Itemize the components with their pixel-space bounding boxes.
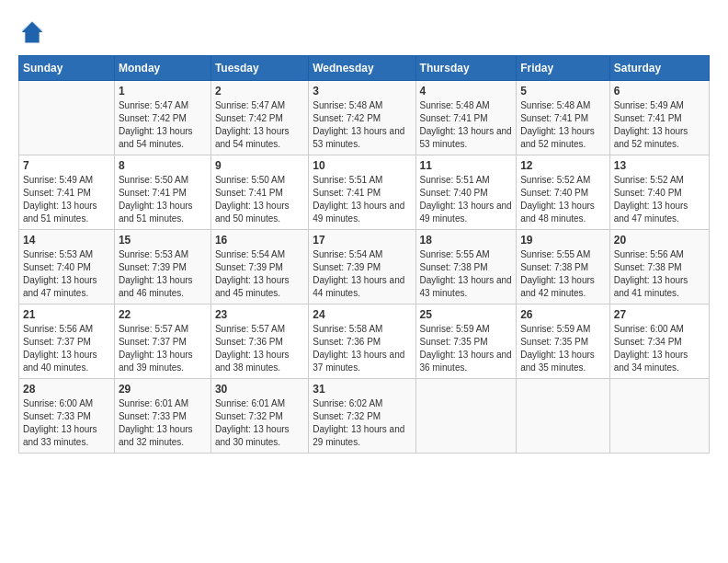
calendar-cell: 26Sunrise: 5:59 AM Sunset: 7:35 PM Dayli… [517,304,610,379]
calendar-cell: 29Sunrise: 6:01 AM Sunset: 7:33 PM Dayli… [114,379,210,454]
calendar-cell: 7Sunrise: 5:49 AM Sunset: 7:41 PM Daylig… [19,155,115,230]
header-row: SundayMondayTuesdayWednesdayThursdayFrid… [19,56,710,81]
day-number: 11 [420,159,513,172]
week-row-4: 21Sunrise: 5:56 AM Sunset: 7:37 PM Dayli… [19,304,710,379]
day-number: 27 [614,308,705,321]
calendar-cell [609,379,709,454]
calendar-cell: 12Sunrise: 5:52 AM Sunset: 7:40 PM Dayli… [517,155,610,230]
calendar-cell: 16Sunrise: 5:54 AM Sunset: 7:39 PM Dayli… [210,230,308,304]
day-number: 4 [420,85,513,98]
calendar-cell: 11Sunrise: 5:51 AM Sunset: 7:40 PM Dayli… [415,155,517,230]
day-number: 29 [119,383,207,396]
day-info: Sunrise: 5:57 AM Sunset: 7:37 PM Dayligh… [119,323,207,374]
day-number: 3 [313,85,411,98]
calendar-header: SundayMondayTuesdayWednesdayThursdayFrid… [19,56,710,81]
day-number: 30 [215,383,304,396]
day-info: Sunrise: 5:51 AM Sunset: 7:40 PM Dayligh… [420,174,513,225]
day-info: Sunrise: 5:54 AM Sunset: 7:39 PM Dayligh… [313,248,411,300]
day-info: Sunrise: 6:01 AM Sunset: 7:33 PM Dayligh… [119,397,207,449]
day-number: 31 [313,383,411,396]
day-info: Sunrise: 5:58 AM Sunset: 7:36 PM Dayligh… [313,323,411,374]
day-info: Sunrise: 5:49 AM Sunset: 7:41 PM Dayligh… [614,99,705,151]
day-info: Sunrise: 5:55 AM Sunset: 7:38 PM Dayligh… [520,248,606,300]
calendar-cell: 28Sunrise: 6:00 AM Sunset: 7:33 PM Dayli… [19,379,115,454]
column-header-sunday: Sunday [19,56,115,81]
column-header-monday: Monday [114,56,210,81]
column-header-thursday: Thursday [415,56,517,81]
column-header-wednesday: Wednesday [309,56,415,81]
calendar-cell: 14Sunrise: 5:53 AM Sunset: 7:40 PM Dayli… [19,230,115,304]
calendar-cell: 18Sunrise: 5:55 AM Sunset: 7:38 PM Dayli… [415,230,517,304]
column-header-tuesday: Tuesday [210,56,308,81]
day-number: 21 [23,308,110,321]
week-row-3: 14Sunrise: 5:53 AM Sunset: 7:40 PM Dayli… [19,230,710,304]
calendar-cell: 9Sunrise: 5:50 AM Sunset: 7:41 PM Daylig… [210,155,308,230]
day-number: 18 [420,234,513,247]
calendar-cell: 21Sunrise: 5:56 AM Sunset: 7:37 PM Dayli… [19,304,115,379]
day-info: Sunrise: 5:57 AM Sunset: 7:36 PM Dayligh… [215,323,304,374]
day-number: 2 [215,85,304,98]
day-info: Sunrise: 5:54 AM Sunset: 7:39 PM Dayligh… [215,248,304,300]
calendar-cell: 2Sunrise: 5:47 AM Sunset: 7:42 PM Daylig… [210,81,308,155]
calendar-cell: 17Sunrise: 5:54 AM Sunset: 7:39 PM Dayli… [309,230,415,304]
day-number: 5 [520,85,606,98]
day-number: 10 [313,159,411,172]
day-number: 17 [313,234,411,247]
day-number: 26 [520,308,606,321]
day-info: Sunrise: 5:47 AM Sunset: 7:42 PM Dayligh… [215,99,304,151]
day-number: 14 [23,234,110,247]
day-number: 15 [119,234,207,247]
calendar-cell: 23Sunrise: 5:57 AM Sunset: 7:36 PM Dayli… [210,304,308,379]
calendar-cell: 3Sunrise: 5:48 AM Sunset: 7:42 PM Daylig… [309,81,415,155]
day-number: 20 [614,234,705,247]
day-info: Sunrise: 5:51 AM Sunset: 7:41 PM Dayligh… [313,174,411,225]
day-info: Sunrise: 5:55 AM Sunset: 7:38 PM Dayligh… [420,248,513,300]
day-info: Sunrise: 6:00 AM Sunset: 7:34 PM Dayligh… [614,323,705,374]
calendar-cell: 6Sunrise: 5:49 AM Sunset: 7:41 PM Daylig… [609,81,709,155]
logo [18,18,50,46]
day-number: 19 [520,234,606,247]
day-info: Sunrise: 5:53 AM Sunset: 7:39 PM Dayligh… [119,248,207,300]
calendar-cell: 15Sunrise: 5:53 AM Sunset: 7:39 PM Dayli… [114,230,210,304]
day-info: Sunrise: 5:50 AM Sunset: 7:41 PM Dayligh… [119,174,207,225]
day-number: 24 [313,308,411,321]
calendar-cell: 5Sunrise: 5:48 AM Sunset: 7:41 PM Daylig… [517,81,610,155]
day-info: Sunrise: 5:52 AM Sunset: 7:40 PM Dayligh… [520,174,606,225]
week-row-1: 1Sunrise: 5:47 AM Sunset: 7:42 PM Daylig… [19,81,710,155]
calendar-cell: 31Sunrise: 6:02 AM Sunset: 7:32 PM Dayli… [309,379,415,454]
day-info: Sunrise: 6:01 AM Sunset: 7:32 PM Dayligh… [215,397,304,449]
day-info: Sunrise: 6:02 AM Sunset: 7:32 PM Dayligh… [313,397,411,449]
page-header [18,18,710,46]
calendar-cell [517,379,610,454]
day-info: Sunrise: 5:50 AM Sunset: 7:41 PM Dayligh… [215,174,304,225]
day-number: 28 [23,383,110,396]
day-info: Sunrise: 5:56 AM Sunset: 7:37 PM Dayligh… [23,323,110,374]
day-number: 13 [614,159,705,172]
day-number: 16 [215,234,304,247]
day-number: 7 [23,159,110,172]
calendar-cell: 10Sunrise: 5:51 AM Sunset: 7:41 PM Dayli… [309,155,415,230]
calendar-cell: 27Sunrise: 6:00 AM Sunset: 7:34 PM Dayli… [609,304,709,379]
calendar-cell: 13Sunrise: 5:52 AM Sunset: 7:40 PM Dayli… [609,155,709,230]
calendar-cell: 22Sunrise: 5:57 AM Sunset: 7:37 PM Dayli… [114,304,210,379]
calendar-cell [415,379,517,454]
day-info: Sunrise: 5:48 AM Sunset: 7:41 PM Dayligh… [520,99,606,151]
day-info: Sunrise: 6:00 AM Sunset: 7:33 PM Dayligh… [23,397,110,449]
day-info: Sunrise: 5:47 AM Sunset: 7:42 PM Dayligh… [119,99,207,151]
logo-icon [18,18,46,46]
day-number: 25 [420,308,513,321]
calendar-cell: 1Sunrise: 5:47 AM Sunset: 7:42 PM Daylig… [114,81,210,155]
day-number: 9 [215,159,304,172]
column-header-friday: Friday [517,56,610,81]
day-info: Sunrise: 5:49 AM Sunset: 7:41 PM Dayligh… [23,174,110,225]
day-info: Sunrise: 5:52 AM Sunset: 7:40 PM Dayligh… [614,174,705,225]
day-info: Sunrise: 5:48 AM Sunset: 7:41 PM Dayligh… [420,99,513,151]
week-row-5: 28Sunrise: 6:00 AM Sunset: 7:33 PM Dayli… [19,379,710,454]
calendar-cell: 8Sunrise: 5:50 AM Sunset: 7:41 PM Daylig… [114,155,210,230]
day-info: Sunrise: 5:48 AM Sunset: 7:42 PM Dayligh… [313,99,411,151]
calendar-cell: 24Sunrise: 5:58 AM Sunset: 7:36 PM Dayli… [309,304,415,379]
day-number: 1 [119,85,207,98]
calendar-cell: 25Sunrise: 5:59 AM Sunset: 7:35 PM Dayli… [415,304,517,379]
calendar-body: 1Sunrise: 5:47 AM Sunset: 7:42 PM Daylig… [19,81,710,454]
day-number: 22 [119,308,207,321]
